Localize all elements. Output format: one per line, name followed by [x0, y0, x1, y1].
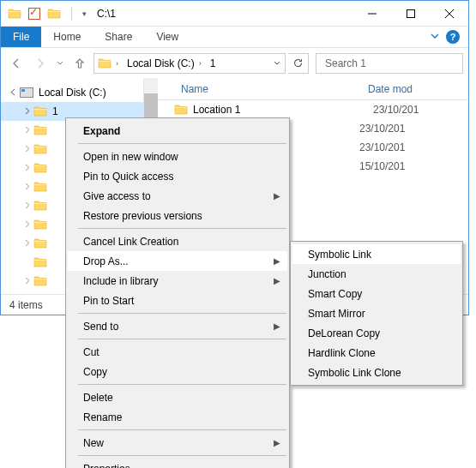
- home-tab[interactable]: Home: [41, 27, 93, 47]
- sub-junction[interactable]: Junction: [292, 264, 461, 284]
- sub-symbolic-link[interactable]: Symbolic Link: [292, 244, 461, 264]
- submenu-arrow-icon: ▶: [274, 191, 280, 201]
- collapse-icon[interactable]: [8, 88, 18, 98]
- app-folder-icon: [8, 7, 21, 21]
- separator: [78, 228, 286, 229]
- minimize-button[interactable]: [352, 1, 391, 26]
- separator: [78, 384, 286, 385]
- separator: [78, 429, 286, 430]
- ctx-drop-as[interactable]: Drop As...▶: [68, 251, 287, 271]
- file-tab[interactable]: File: [1, 27, 41, 47]
- ctx-new[interactable]: New▶: [68, 433, 287, 453]
- ctx-rename[interactable]: Rename: [68, 407, 287, 427]
- address-bar[interactable]: › Local Disk (C:)› 1: [93, 53, 286, 74]
- separator: [78, 143, 286, 144]
- back-button[interactable]: [6, 53, 27, 74]
- submenu-arrow-icon: ▶: [274, 276, 280, 285]
- share-tab[interactable]: Share: [93, 27, 144, 47]
- address-seg-folder[interactable]: 1: [207, 54, 220, 73]
- separator: [78, 339, 286, 339]
- col-name[interactable]: Name: [155, 83, 361, 95]
- ctx-cut[interactable]: Cut: [68, 342, 287, 362]
- submenu-arrow-icon: ▶: [274, 321, 280, 331]
- submenu-arrow-icon: ▶: [274, 438, 280, 447]
- address-seg-drive[interactable]: Local Disk (C:)›: [124, 54, 207, 73]
- file-row[interactable]: Location 1 23/10/201: [155, 100, 468, 119]
- submenu-drop-as[interactable]: Symbolic Link Junction Smart Copy Smart …: [290, 241, 463, 386]
- sub-delorean-copy[interactable]: DeLorean Copy: [292, 323, 461, 343]
- qat-divider: [71, 7, 72, 21]
- ctx-include-library[interactable]: Include in library▶: [68, 271, 287, 291]
- address-root[interactable]: ›: [94, 54, 124, 73]
- ctx-open-new-window[interactable]: Open in new window: [68, 147, 287, 166]
- recent-button[interactable]: [54, 53, 66, 74]
- sub-smart-mirror[interactable]: Smart Mirror: [292, 303, 461, 323]
- folder-icon: [174, 103, 188, 117]
- svg-rect-0: [407, 9, 414, 17]
- view-tab[interactable]: View: [144, 27, 190, 47]
- column-headers[interactable]: Name Date mod: [155, 78, 468, 100]
- navbar: › Local Disk (C:)› 1 Search 1: [1, 48, 468, 78]
- ctx-cancel-link[interactable]: Cancel Link Creation: [68, 231, 287, 251]
- folder-icon: [33, 105, 47, 118]
- ctx-expand[interactable]: Expand: [68, 121, 287, 141]
- ctx-properties[interactable]: Properties: [68, 459, 287, 468]
- qat-properties-icon[interactable]: [28, 8, 40, 20]
- submenu-arrow-icon: ▶: [274, 256, 280, 266]
- separator: [78, 455, 286, 456]
- search-input[interactable]: Search 1: [316, 53, 463, 74]
- close-button[interactable]: [430, 1, 468, 26]
- up-button[interactable]: [69, 53, 90, 74]
- ctx-pin-quick-access[interactable]: Pin to Quick access: [68, 166, 287, 186]
- forward-button[interactable]: [30, 53, 51, 74]
- ribbon: File Home Share View ?: [1, 27, 468, 48]
- separator: [78, 313, 286, 314]
- ctx-delete[interactable]: Delete: [68, 387, 287, 407]
- refresh-button[interactable]: [288, 53, 309, 74]
- item-count: 4 items: [9, 299, 43, 311]
- tree-root[interactable]: Local Disk (C:): [1, 83, 155, 102]
- maximize-button[interactable]: [391, 1, 430, 26]
- search-placeholder: Search 1: [325, 57, 366, 69]
- col-date[interactable]: Date mod: [361, 83, 413, 95]
- ctx-restore-versions[interactable]: Restore previous versions: [68, 206, 287, 225]
- ribbon-expand-icon[interactable]: [424, 31, 446, 43]
- ctx-send-to[interactable]: Send to▶: [68, 316, 287, 336]
- ctx-copy[interactable]: Copy: [68, 362, 287, 381]
- ctx-pin-start[interactable]: Pin to Start: [68, 291, 287, 310]
- qat-newfolder-icon[interactable]: [47, 7, 61, 21]
- qat-customize-icon[interactable]: ▾: [82, 9, 87, 18]
- window-title: C:\1: [93, 8, 352, 20]
- help-button[interactable]: ?: [446, 30, 460, 44]
- sub-hardlink-clone[interactable]: Hardlink Clone: [292, 343, 461, 363]
- ctx-give-access[interactable]: Give access to▶: [68, 186, 287, 206]
- titlebar: ▾ C:\1: [1, 1, 468, 27]
- sub-smart-copy[interactable]: Smart Copy: [292, 284, 461, 303]
- context-menu[interactable]: Expand Open in new window Pin to Quick a…: [65, 117, 290, 468]
- address-dropdown[interactable]: [269, 57, 285, 69]
- expand-icon[interactable]: [21, 107, 32, 117]
- drive-icon: [20, 87, 33, 98]
- sub-symlink-clone[interactable]: Symbolic Link Clone: [292, 363, 461, 382]
